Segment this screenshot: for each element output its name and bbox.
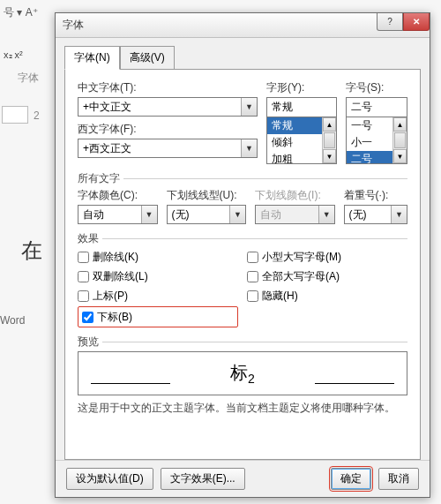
checkbox-allcaps-box[interactable]: [247, 271, 258, 282]
combo-en-font-value: +西文正文: [78, 141, 241, 156]
close-button[interactable]: ✕: [403, 13, 430, 31]
input-style[interactable]: 常规: [266, 97, 337, 117]
label-size: 字号(S):: [346, 80, 407, 95]
listbox-style[interactable]: 常规 倾斜 加粗 ▲ ▼: [266, 117, 337, 164]
page-thumbnail-number: 2: [34, 109, 40, 122]
checkbox-superscript-label: 上标(P): [93, 289, 128, 304]
label-en-font: 西文字体(F):: [78, 122, 258, 137]
preview-box: 标2: [78, 351, 407, 395]
checkbox-hidden-box[interactable]: [247, 290, 258, 302]
chevron-down-icon: ▼: [229, 206, 245, 223]
scrollbar[interactable]: ▲ ▼: [322, 117, 336, 163]
checkbox-smallcaps-label: 小型大写字母(M): [262, 250, 341, 265]
chevron-down-icon: ▼: [318, 206, 334, 223]
preview-text-main: 标: [230, 363, 248, 382]
input-size-value: 二号: [347, 100, 407, 115]
checkbox-superscript[interactable]: 上标(P): [78, 287, 238, 305]
label-cn-font: 中文字体(T):: [78, 80, 258, 95]
combo-font-color[interactable]: 自动 ▼: [78, 205, 158, 224]
listbox-size[interactable]: 一号 小一 二号 ▲ ▼: [346, 117, 407, 164]
combo-font-color-value: 自动: [78, 207, 141, 222]
document-text-word: Word: [0, 314, 25, 327]
chevron-down-icon: ▼: [241, 98, 257, 116]
tab-advanced[interactable]: 高级(V): [120, 46, 175, 70]
scroll-thumb[interactable]: [394, 132, 406, 148]
checkbox-subscript-label: 下标(B): [97, 310, 132, 325]
chevron-down-icon: ▼: [141, 206, 157, 223]
combo-cn-font-value: +中文正文: [78, 100, 241, 115]
font-dialog: 字体 ? ✕ 字体(N) 高级(V) 中文字体(T): +中文正文 ▼ 西文字体…: [55, 12, 430, 498]
label-font-color: 字体颜色(C):: [78, 188, 158, 203]
combo-emphasis-value: (无): [345, 207, 391, 222]
label-style: 字形(Y):: [266, 80, 337, 95]
checkbox-strike[interactable]: 删除线(K): [78, 248, 238, 266]
checkbox-strike-box[interactable]: [78, 252, 89, 263]
checkbox-hidden-label: 隐藏(H): [262, 289, 298, 304]
chevron-down-icon: ▼: [241, 139, 257, 157]
text-effects-button[interactable]: 文字效果(E)...: [161, 468, 245, 490]
checkbox-allcaps-label: 全部大写字母(A): [262, 269, 340, 284]
checkbox-double-strike-box[interactable]: [78, 271, 89, 282]
preview-text-sub: 2: [248, 372, 255, 386]
legend-effects: 效果: [78, 231, 102, 246]
input-size[interactable]: 二号: [346, 97, 407, 117]
tab-font[interactable]: 字体(N): [64, 46, 120, 70]
combo-en-font[interactable]: +西文正文 ▼: [78, 139, 258, 158]
checkbox-subscript[interactable]: 下标(B): [82, 308, 132, 326]
checkbox-subscript-box[interactable]: [82, 312, 93, 323]
checkbox-hidden[interactable]: 隐藏(H): [247, 287, 407, 305]
tabstrip: 字体(N) 高级(V): [56, 38, 430, 69]
ok-button[interactable]: 确定: [331, 468, 371, 490]
checkbox-allcaps[interactable]: 全部大写字母(A): [247, 267, 407, 285]
chevron-down-icon: ▼: [391, 206, 407, 223]
scroll-thumb[interactable]: [324, 132, 335, 148]
preview-underline-left: [91, 383, 170, 384]
preview-underline-right: [315, 383, 394, 384]
scrollbar[interactable]: ▲ ▼: [392, 117, 407, 163]
scroll-down-icon[interactable]: ▼: [323, 149, 336, 163]
combo-underline-color: 自动 ▼: [255, 205, 335, 224]
close-icon: ✕: [413, 17, 420, 26]
checkbox-superscript-box[interactable]: [78, 290, 89, 302]
label-emphasis: 着重号(·):: [344, 188, 407, 203]
combo-underline-color-value: 自动: [256, 207, 318, 222]
tab-panel-font: 中文字体(T): +中文正文 ▼ 西文字体(F): +西文正文 ▼ 字形(Y):…: [64, 69, 421, 460]
checkbox-smallcaps-box[interactable]: [247, 252, 258, 263]
ribbon-subscript-superscript: x₂ x²: [4, 49, 23, 61]
scroll-down-icon[interactable]: ▼: [393, 149, 407, 163]
preview-description: 这是用于中文的正文主题字体。当前文档主题定义将使用哪种字体。: [78, 401, 407, 416]
ribbon-font-group-label: 字体: [18, 71, 39, 86]
document-text-sample: 在: [21, 237, 42, 265]
input-style-value: 常规: [267, 100, 336, 115]
cancel-button[interactable]: 取消: [378, 468, 419, 490]
page-thumbnail[interactable]: [2, 106, 28, 124]
set-default-button[interactable]: 设为默认值(D): [66, 468, 153, 490]
label-underline-style: 下划线线型(U):: [167, 188, 247, 203]
legend-all-text: 所有文字: [78, 171, 123, 186]
label-underline-color: 下划线颜色(I):: [255, 188, 335, 203]
preview-text: 标2: [230, 361, 255, 386]
combo-emphasis[interactable]: (无) ▼: [344, 205, 407, 224]
checkbox-smallcaps[interactable]: 小型大写字母(M): [247, 248, 407, 266]
scroll-up-icon[interactable]: ▲: [323, 117, 336, 132]
combo-cn-font[interactable]: +中文正文 ▼: [78, 97, 258, 117]
combo-underline-style[interactable]: (无) ▼: [167, 205, 247, 224]
dialog-footer: 设为默认值(D) 文字效果(E)... 确定 取消: [56, 460, 430, 497]
help-button[interactable]: ?: [377, 13, 403, 31]
checkbox-double-strike-label: 双删除线(L): [93, 269, 148, 284]
checkbox-strike-label: 删除线(K): [93, 250, 138, 265]
legend-preview: 预览: [78, 335, 102, 350]
combo-underline-style-value: (无): [168, 207, 230, 222]
dialog-title: 字体: [63, 18, 84, 33]
scroll-up-icon[interactable]: ▲: [393, 117, 407, 132]
help-icon: ?: [387, 17, 392, 26]
checkbox-double-strike[interactable]: 双删除线(L): [78, 267, 238, 285]
app-ribbon-hint: 号 ▾ A⁺: [4, 5, 38, 20]
highlight-subscript: 下标(B): [78, 306, 238, 327]
titlebar[interactable]: 字体 ? ✕: [56, 13, 430, 38]
